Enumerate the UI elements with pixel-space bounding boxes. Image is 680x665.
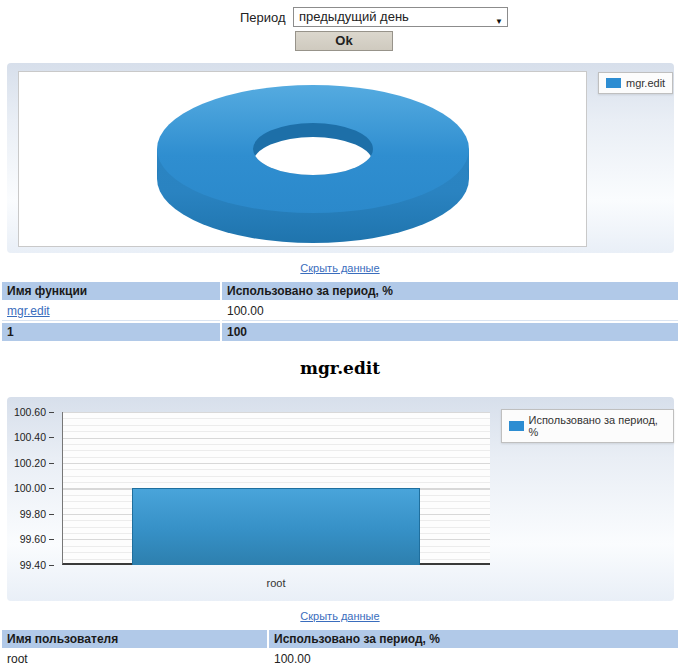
hide-data-row-1: Скрыть данные — [0, 258, 680, 276]
column-header-user-name: Имя пользователя — [2, 630, 267, 648]
table-header-row: Имя пользователя Использовано за период,… — [2, 630, 678, 648]
bar-chart-legend: Использовано за период, % — [501, 409, 674, 443]
donut-legend-label: mgr.edit — [626, 77, 665, 89]
bar-root-100 — [132, 488, 420, 565]
table-header-row: Имя функции Использовано за период, % — [2, 282, 678, 300]
user-usage-value: 100.00 — [269, 650, 678, 665]
function-link-mgr-edit[interactable]: mgr.edit — [7, 304, 50, 318]
dropdown-arrow-icon: ▼ — [495, 13, 503, 31]
x-axis-category-label: root — [62, 577, 490, 589]
y-tick-label: 100.00 — [7, 482, 54, 494]
y-tick-label: 99.40 — [7, 559, 54, 571]
function-usage-value: 100.00 — [222, 302, 678, 321]
hide-data-link-1[interactable]: Скрыть данные — [300, 262, 379, 274]
y-tick-label: 100.40 — [7, 431, 54, 443]
page-title: mgr.edit — [0, 358, 680, 378]
period-label: Период — [240, 10, 286, 25]
user-name-value: root — [2, 650, 267, 665]
table-footer-row: 1 100 — [2, 323, 678, 341]
bar-chart-y-axis: 100.60 100.40 100.20 100.00 99.80 99.60 … — [7, 397, 62, 601]
donut-chart-plot-area — [18, 71, 587, 247]
table-row: mgr.edit 100.00 — [2, 302, 678, 321]
y-tick-label: 99.60 — [7, 533, 54, 545]
bar-chart-panel: 100.60 100.40 100.20 100.00 99.80 99.60 … — [7, 397, 674, 601]
users-table: Имя пользователя Использовано за период,… — [0, 628, 680, 665]
ok-button[interactable]: Ok — [295, 31, 393, 51]
y-tick-label: 99.80 — [7, 508, 54, 520]
legend-swatch-icon — [509, 421, 524, 431]
donut-chart — [155, 77, 471, 245]
period-dropdown-value: предыдущий день — [299, 9, 409, 24]
table-row: root 100.00 — [2, 650, 678, 665]
hide-data-link-2[interactable]: Скрыть данные — [300, 610, 379, 622]
table-footer-total: 100 — [222, 323, 678, 341]
y-tick-label: 100.60 — [7, 406, 54, 418]
period-dropdown[interactable]: предыдущий день ▼ — [293, 7, 508, 27]
legend-swatch-icon — [606, 78, 621, 88]
donut-legend: mgr.edit — [598, 72, 673, 94]
table-footer-count: 1 — [2, 323, 220, 341]
hide-data-row-2: Скрыть данные — [0, 606, 680, 624]
column-header-usage-percent: Использовано за период, % — [222, 282, 678, 300]
bar-legend-label: Использовано за период, % — [529, 414, 667, 438]
period-controls: Период предыдущий день ▼ Ok — [0, 0, 680, 58]
bar-chart-plot-area — [62, 412, 490, 565]
functions-table: Имя функции Использовано за период, % mg… — [0, 280, 680, 343]
column-header-function-name: Имя функции — [2, 282, 220, 300]
donut-chart-panel: mgr.edit — [7, 63, 674, 253]
y-tick-label: 100.20 — [7, 457, 54, 469]
column-header-usage-percent: Использовано за период, % — [269, 630, 678, 648]
